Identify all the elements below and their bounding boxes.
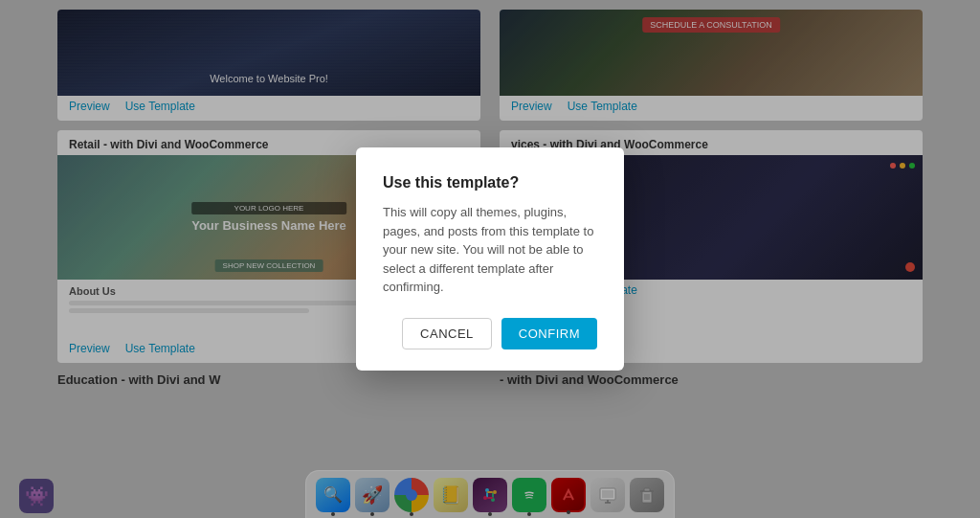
modal-overlay: Use this template? This will copy all th… [0,0,980,518]
confirm-button[interactable]: CONFIRM [501,318,597,349]
cancel-button[interactable]: CANCEL [402,318,492,349]
modal-actions: CANCEL CONFIRM [383,318,597,349]
modal-dialog: Use this template? This will copy all th… [356,147,624,371]
modal-title: Use this template? [383,174,597,191]
modal-body: This will copy all themes, plugins, page… [383,203,597,297]
